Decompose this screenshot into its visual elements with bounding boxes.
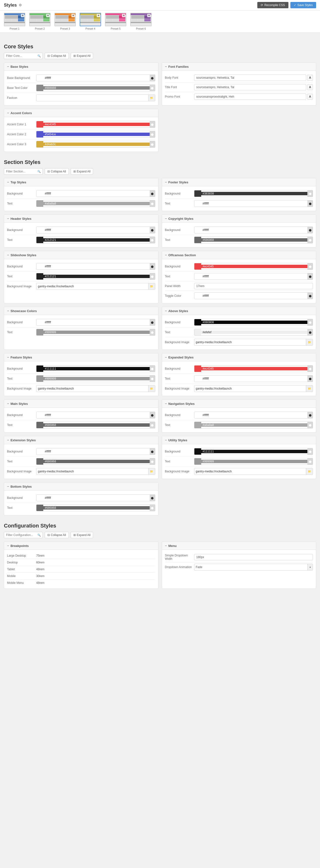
color-text-input[interactable] — [43, 320, 150, 324]
color-text-input[interactable] — [43, 123, 150, 126]
color-picker-button[interactable]: ⬤ — [308, 375, 313, 382]
color-text-input[interactable] — [43, 413, 150, 417]
file-input[interactable] — [194, 470, 306, 473]
color-text-input[interactable] — [43, 265, 150, 268]
color-picker-button[interactable]: ⬤ — [150, 422, 155, 428]
color-picker-button[interactable]: ⬤ — [150, 412, 155, 418]
color-text-input[interactable] — [43, 423, 150, 427]
color-text-input[interactable] — [201, 238, 308, 242]
section-card-header-11[interactable]: − Navigation Styles — [162, 400, 316, 408]
file-input[interactable] — [36, 387, 148, 390]
color-picker-button[interactable]: ⬤ — [308, 227, 313, 233]
file-browse-button[interactable]: 📁 — [148, 385, 155, 392]
color-text-input[interactable] — [201, 320, 308, 324]
color-picker-button[interactable]: ⬤ — [150, 200, 155, 207]
color-picker-button[interactable]: ⬤ — [150, 329, 155, 335]
color-text-input[interactable] — [201, 265, 308, 268]
color-picker-button[interactable]: ⬤ — [308, 448, 313, 455]
color-picker-button[interactable]: ⬤ — [308, 200, 313, 207]
color-text-input[interactable] — [201, 367, 308, 370]
color-text-input[interactable] — [43, 275, 150, 278]
color-text-input[interactable] — [43, 460, 150, 463]
file-input[interactable] — [194, 341, 306, 344]
breakpoints-header[interactable]: − Breakpoints — [4, 542, 158, 550]
section-card-header-4[interactable]: − Slideshow Styles — [4, 251, 158, 259]
color-picker-button[interactable]: ⬤ — [150, 263, 155, 270]
color-picker-button[interactable]: ⬤ — [150, 227, 155, 233]
file-input[interactable] — [36, 96, 148, 100]
dropdown-arrow-icon[interactable]: ▾ — [308, 564, 313, 570]
color-picker-button[interactable]: ⬤ — [308, 422, 313, 428]
color-picker-button[interactable]: ⬤ — [308, 273, 313, 280]
config-collapse-all-button[interactable]: ⊟ Collapse All — [45, 532, 69, 538]
color-text-input[interactable] — [201, 377, 308, 380]
color-text-input[interactable] — [43, 331, 150, 334]
section-expand-all-button[interactable]: ⊞ Expand All — [71, 168, 93, 175]
base-styles-header[interactable]: − Base Styles — [4, 63, 158, 71]
config-filter-input[interactable] — [4, 532, 43, 538]
color-text-input[interactable] — [201, 192, 308, 195]
section-card-header-6[interactable]: − Showcase Colors — [4, 307, 158, 315]
config-expand-all-button[interactable]: ⊞ Expand All — [71, 532, 93, 538]
preset-4[interactable]: 👁 Preset 4 — [80, 13, 101, 30]
color-text-input[interactable] — [201, 331, 308, 334]
preset-3[interactable]: 👁 Preset 3 — [54, 13, 76, 30]
color-picker-button[interactable]: ⬤ — [150, 495, 155, 501]
color-text-input[interactable] — [43, 496, 150, 500]
preset-6[interactable]: 👁 Preset 6 — [130, 13, 152, 30]
color-picker-button[interactable]: ⬤ — [308, 458, 313, 465]
color-picker-button[interactable]: ⬤ — [150, 121, 155, 127]
color-text-input[interactable] — [201, 202, 308, 205]
color-text-input[interactable] — [201, 275, 308, 278]
section-card-header-0[interactable]: − Top Styles — [4, 178, 158, 186]
menu-header[interactable]: − Menu — [162, 542, 316, 550]
color-picker-button[interactable]: ⬤ — [150, 131, 155, 137]
font-families-header[interactable]: − Font Families — [162, 63, 316, 71]
color-text-input[interactable] — [201, 450, 308, 453]
section-card-header-3[interactable]: − Copyright Styles — [162, 215, 316, 223]
section-filter-input[interactable] — [4, 168, 43, 175]
color-picker-button[interactable]: ⬤ — [308, 237, 313, 243]
color-picker-button[interactable]: ⬤ — [150, 141, 155, 148]
color-text-input[interactable] — [43, 202, 150, 205]
color-text-input[interactable] — [43, 143, 150, 146]
core-collapse-all-button[interactable]: ⊟ Collapse All — [45, 53, 69, 59]
color-picker-button[interactable]: ⬤ — [150, 237, 155, 243]
color-text-input[interactable] — [43, 367, 150, 370]
section-card-header-5[interactable]: − Offcanvas Section — [162, 251, 316, 259]
color-picker-button[interactable]: ⬤ — [150, 505, 155, 511]
preset-1[interactable]: 👁 Preset 1 — [4, 13, 25, 30]
color-picker-button[interactable]: ⬤ — [308, 329, 313, 335]
section-card-header-7[interactable]: − Above Styles — [162, 307, 316, 315]
color-text-input[interactable] — [43, 377, 150, 380]
section-card-header-2[interactable]: − Header Styles — [4, 215, 158, 223]
color-text-input[interactable] — [201, 413, 308, 417]
file-input[interactable] — [194, 387, 306, 390]
color-text-input[interactable] — [43, 450, 150, 453]
preset-2[interactable]: 👁 Preset 2 — [29, 13, 51, 30]
file-browse-button[interactable]: 📁 — [306, 339, 313, 345]
file-browse-button[interactable]: 📁 — [306, 385, 313, 392]
font-input[interactable] — [194, 93, 307, 100]
file-browse-button[interactable]: 📁 — [148, 468, 155, 474]
recompile-button[interactable]: ⟳ Recompile CSS — [257, 2, 288, 8]
color-text-input[interactable] — [201, 228, 308, 232]
color-text-input[interactable] — [201, 423, 308, 427]
color-text-input[interactable] — [43, 76, 150, 80]
color-picker-button[interactable]: ⬤ — [150, 366, 155, 372]
preset-5[interactable]: 👁 Preset 5 — [105, 13, 126, 30]
font-input[interactable] — [194, 84, 307, 90]
dropdown-input[interactable] — [194, 565, 308, 569]
file-input[interactable] — [36, 470, 148, 473]
color-text-input[interactable] — [201, 460, 308, 463]
color-picker-button[interactable]: ⬤ — [150, 75, 155, 81]
font-a-button[interactable]: A — [307, 75, 313, 81]
color-text-input[interactable] — [43, 238, 150, 242]
font-input[interactable] — [194, 74, 307, 81]
color-picker-button[interactable]: ⬤ — [150, 448, 155, 455]
save-button[interactable]: ✓ Save Styles — [290, 2, 316, 8]
accent-colors-header[interactable]: − Accent Colors — [4, 109, 158, 117]
color-text-input[interactable] — [43, 192, 150, 195]
color-picker-button[interactable]: ⬤ — [150, 85, 155, 91]
color-text-input[interactable] — [43, 133, 150, 136]
